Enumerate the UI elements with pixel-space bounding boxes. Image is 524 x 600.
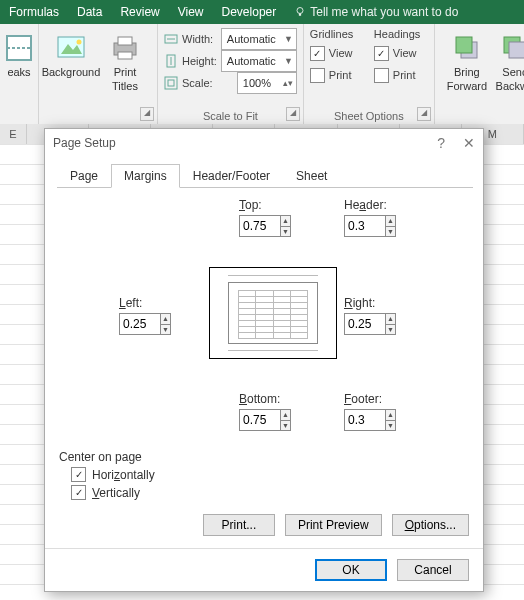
print-button[interactable]: Print...: [203, 514, 275, 536]
close-button[interactable]: ✕: [463, 135, 475, 151]
top-margin-label: TTop:op:: [239, 198, 291, 212]
spin-up-icon[interactable]: ▲: [281, 410, 290, 421]
right-margin-spinner[interactable]: ▲▼: [344, 313, 396, 335]
bottom-margin-input[interactable]: [240, 410, 280, 430]
footer-margin-label: Footer:: [344, 392, 396, 406]
spin-up-icon[interactable]: ▲: [386, 314, 395, 325]
center-on-page-label: Center on page: [59, 450, 469, 464]
dialog-tabs: Page Margins Header/Footer Sheet: [57, 163, 473, 188]
center-vertically-label: Vertically: [92, 486, 140, 500]
footer-margin-spinner[interactable]: ▲▼: [344, 409, 396, 431]
dialog-tab-sheet[interactable]: Sheet: [283, 164, 340, 188]
spin-up-icon[interactable]: ▲: [386, 216, 395, 227]
margins-panel: TTop:op: ▲▼ Header: ▲▼ Left: ▲▼ Right: ▲…: [59, 198, 469, 448]
center-horizontally-checkbox[interactable]: ✓: [71, 467, 86, 482]
right-margin-input[interactable]: [345, 314, 385, 334]
top-margin-input[interactable]: [240, 216, 280, 236]
spin-down-icon[interactable]: ▼: [386, 227, 395, 237]
bottom-margin-spinner[interactable]: ▲▼: [239, 409, 291, 431]
dialog-title: Page Setup: [53, 136, 116, 150]
print-preview-button[interactable]: Print Preview: [285, 514, 382, 536]
dialog-tab-page[interactable]: Page: [57, 164, 111, 188]
left-margin-spinner[interactable]: ▲▼: [119, 313, 171, 335]
ok-button[interactable]: OK: [315, 559, 387, 581]
footer-margin-input[interactable]: [345, 410, 385, 430]
help-button[interactable]: ?: [437, 135, 445, 151]
bottom-margin-label: Bottom:: [239, 392, 291, 406]
page-setup-dialog: Page Setup ? ✕ Page Margins Header/Foote…: [44, 128, 484, 592]
cancel-button[interactable]: Cancel: [397, 559, 469, 581]
spin-down-icon[interactable]: ▼: [281, 227, 290, 237]
center-horizontally-label: Horizontally: [92, 468, 155, 482]
spin-up-icon[interactable]: ▲: [281, 216, 290, 227]
header-margin-input[interactable]: [345, 216, 385, 236]
spin-down-icon[interactable]: ▼: [386, 325, 395, 335]
dialog-tab-margins[interactable]: Margins: [111, 164, 180, 188]
margins-preview: [209, 267, 337, 359]
spin-down-icon[interactable]: ▼: [281, 421, 290, 431]
spin-down-icon[interactable]: ▼: [386, 421, 395, 431]
left-margin-label: Left:: [119, 296, 171, 310]
header-margin-label: Header:: [344, 198, 396, 212]
dialog-tab-header-footer[interactable]: Header/Footer: [180, 164, 283, 188]
spin-down-icon[interactable]: ▼: [161, 325, 170, 335]
right-margin-label: Right:: [344, 296, 396, 310]
spin-up-icon[interactable]: ▲: [161, 314, 170, 325]
spin-up-icon[interactable]: ▲: [386, 410, 395, 421]
top-margin-spinner[interactable]: ▲▼: [239, 215, 291, 237]
center-vertically-checkbox[interactable]: ✓: [71, 485, 86, 500]
left-margin-input[interactable]: [120, 314, 160, 334]
header-margin-spinner[interactable]: ▲▼: [344, 215, 396, 237]
options-button[interactable]: Options...: [392, 514, 469, 536]
